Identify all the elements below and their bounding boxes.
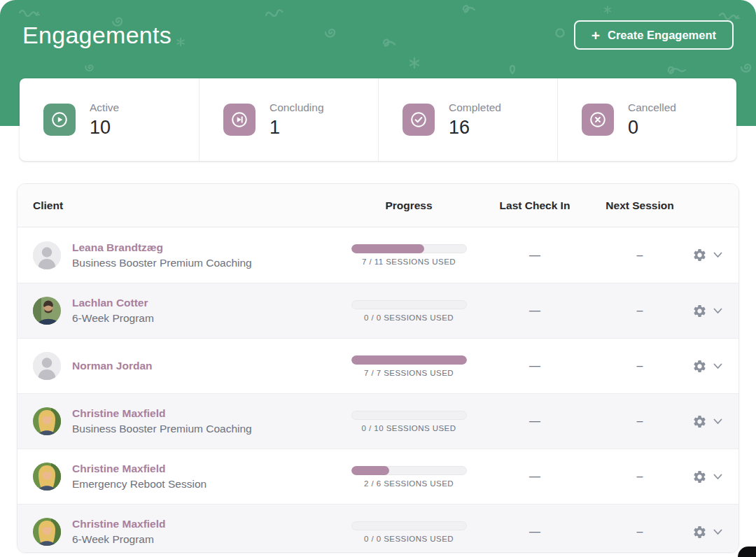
check-circle-icon	[402, 104, 435, 136]
sessions-used-label: 7 / 7 SESSIONS USED	[364, 369, 454, 377]
stat-label: Concluding	[270, 101, 324, 114]
client-name-link[interactable]: Leana Brandtzæg	[72, 241, 252, 254]
chevron-down-icon	[713, 418, 722, 425]
last-check-in-value: —	[482, 249, 587, 262]
next-session-value: –	[587, 304, 692, 317]
progress-bar	[351, 244, 467, 253]
row-actions	[692, 414, 739, 429]
next-session-value: –	[587, 526, 692, 538]
progress-bar-fill	[351, 355, 467, 365]
table-body: Leana Brandtzæg Business Booster Premium…	[18, 227, 738, 553]
stat-count: 10	[90, 117, 119, 139]
row-settings-button[interactable]	[692, 525, 707, 540]
stat-card-active[interactable]: Active 10	[20, 78, 199, 161]
engagement-row[interactable]: Norman Jordan 7 / 7 SESSIONS USED — –	[18, 338, 738, 393]
progress-bar	[351, 300, 467, 309]
row-settings-button[interactable]	[692, 304, 707, 318]
client-avatar	[33, 407, 61, 435]
client-name-link[interactable]: Lachlan Cotter	[72, 297, 154, 309]
next-session-value: –	[587, 470, 692, 483]
client-name-link[interactable]: Christine Maxfield	[72, 407, 252, 420]
client-avatar	[33, 352, 61, 380]
row-expand-button[interactable]	[713, 308, 722, 314]
create-engagement-button[interactable]: + Create Engagement	[574, 20, 734, 50]
client-name-link[interactable]: Norman Jordan	[72, 360, 153, 372]
chevron-down-icon	[713, 252, 722, 258]
row-actions	[692, 525, 739, 540]
next-session-value: –	[587, 249, 692, 262]
row-expand-button[interactable]	[713, 529, 722, 535]
client-program: Emergency Reboot Session	[72, 478, 206, 491]
engagement-row[interactable]: Christine Maxfield Emergency Reboot Sess…	[18, 449, 738, 504]
table-header-row: Client Progress Last Check In Next Sessi…	[18, 184, 738, 227]
engagements-page: Engagements + Create Engagement Active 1…	[0, 0, 756, 557]
progress-cell: 0 / 10 SESSIONS USED	[335, 411, 482, 432]
page-title: Engagements	[22, 22, 172, 49]
progress-bar	[351, 355, 467, 365]
stat-card-cancelled[interactable]: Cancelled 0	[557, 78, 736, 161]
progress-bar	[351, 411, 467, 420]
engagements-table: Client Progress Last Check In Next Sessi…	[17, 183, 739, 553]
client-name-link[interactable]: Christine Maxfield	[72, 518, 166, 530]
gear-icon	[692, 359, 707, 374]
progress-cell: 0 / 0 SESSIONS USED	[335, 521, 482, 543]
row-settings-button[interactable]	[692, 470, 707, 484]
last-check-in-value: —	[482, 360, 587, 372]
play-circle-icon	[43, 104, 76, 136]
background-corner-decoration	[738, 547, 756, 557]
stat-label: Completed	[449, 101, 501, 114]
client-cell: Leana Brandtzæg Business Booster Premium…	[18, 241, 335, 269]
progress-cell: 0 / 0 SESSIONS USED	[335, 300, 482, 322]
person-placeholder-icon	[33, 352, 61, 380]
gear-icon	[692, 304, 707, 318]
gear-icon	[692, 248, 707, 262]
chevron-down-icon	[713, 529, 722, 535]
row-settings-button[interactable]	[692, 248, 707, 262]
column-header-progress: Progress	[335, 199, 482, 212]
client-name-link[interactable]: Christine Maxfield	[72, 463, 206, 475]
engagement-stats-bar: Active 10 Concluding 1	[20, 78, 736, 161]
chevron-down-icon	[713, 308, 722, 314]
gear-icon	[692, 470, 707, 484]
stat-card-concluding[interactable]: Concluding 1	[199, 78, 378, 161]
create-engagement-label: Create Engagement	[608, 29, 716, 42]
sessions-used-label: 0 / 0 SESSIONS USED	[364, 313, 454, 322]
stat-count: 1	[270, 117, 324, 139]
progress-bar-fill	[351, 466, 390, 475]
engagement-row[interactable]: Lachlan Cotter 6-Week Program 0 / 0 SESS…	[18, 283, 738, 338]
column-header-client: Client	[18, 199, 335, 212]
x-circle-icon	[582, 104, 614, 136]
sessions-used-label: 7 / 11 SESSIONS USED	[362, 258, 456, 266]
row-expand-button[interactable]	[713, 418, 722, 425]
column-header-next-session: Next Session	[587, 199, 692, 212]
client-program: 6-Week Program	[72, 312, 154, 325]
column-header-last-check-in: Last Check In	[482, 199, 587, 212]
client-photo	[33, 407, 61, 435]
row-settings-button[interactable]	[692, 359, 707, 374]
gear-icon	[692, 414, 707, 429]
last-check-in-value: —	[482, 470, 587, 483]
stat-label: Cancelled	[628, 101, 676, 114]
next-session-value: –	[587, 360, 692, 372]
row-expand-button[interactable]	[713, 474, 722, 480]
gear-icon	[692, 525, 707, 540]
client-photo	[33, 463, 61, 491]
row-actions	[692, 359, 739, 374]
row-expand-button[interactable]	[713, 252, 722, 258]
engagement-row[interactable]: Christine Maxfield 6-Week Program 0 / 0 …	[18, 504, 738, 553]
next-session-value: –	[587, 415, 692, 428]
row-settings-button[interactable]	[692, 414, 707, 429]
client-cell: Christine Maxfield 6-Week Program	[18, 518, 335, 546]
skip-end-circle-icon	[223, 104, 255, 136]
stat-count: 16	[449, 117, 501, 139]
row-expand-button[interactable]	[713, 363, 722, 369]
engagement-row[interactable]: Leana Brandtzæg Business Booster Premium…	[18, 227, 738, 283]
progress-cell: 7 / 11 SESSIONS USED	[335, 244, 482, 266]
chevron-down-icon	[713, 474, 722, 480]
row-actions	[692, 470, 739, 484]
stat-card-completed[interactable]: Completed 16	[378, 78, 557, 161]
client-cell: Lachlan Cotter 6-Week Program	[18, 297, 335, 325]
engagement-row[interactable]: Christine Maxfield Business Booster Prem…	[18, 393, 738, 449]
client-avatar	[33, 241, 61, 269]
client-photo	[33, 297, 61, 325]
